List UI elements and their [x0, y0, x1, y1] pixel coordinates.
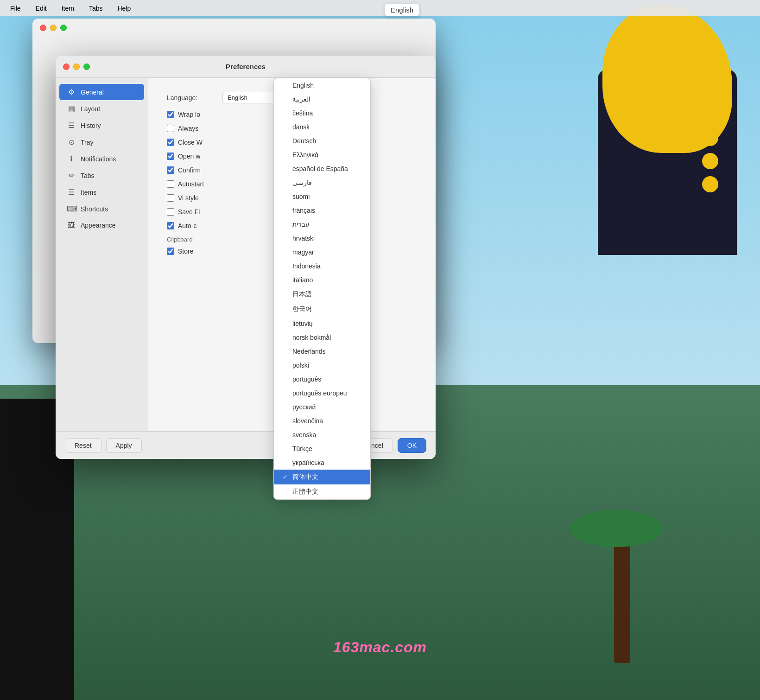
- lang-item-sv[interactable]: svenska: [274, 428, 370, 442]
- lang-item-pt-pt[interactable]: português europeu: [274, 386, 370, 400]
- lang-item-he[interactable]: עברית: [274, 217, 370, 231]
- lang-item-ja[interactable]: 日本語: [274, 287, 370, 302]
- lang-item-de[interactable]: Deutsch: [274, 134, 370, 148]
- menu-tabs[interactable]: Tabs: [86, 3, 106, 14]
- minimize-button[interactable]: [73, 64, 80, 70]
- checkbox-autoc-label: Auto-c: [178, 222, 196, 229]
- lang-item-zh-cn[interactable]: ✓简体中文: [274, 470, 370, 484]
- appearance-icon: 🖼: [67, 221, 76, 229]
- close-button[interactable]: [63, 64, 70, 70]
- checkbox-savefi-label: Save Fi: [178, 208, 200, 216]
- sidebar-item-tabs[interactable]: ✏ Tabs: [59, 167, 144, 184]
- sidebar-item-notifications[interactable]: ℹ Notifications: [59, 151, 144, 167]
- lang-label-pt-pt: português europeu: [292, 389, 347, 397]
- notifications-icon: ℹ: [67, 154, 76, 163]
- sidebar-item-shortcuts[interactable]: ⌨ Shortcuts: [59, 201, 144, 217]
- checkbox-store-input[interactable]: [167, 248, 174, 255]
- tray-icon: ⊙: [67, 138, 76, 146]
- lang-label-pt: português: [292, 375, 321, 383]
- lang-label-ko: 한국어: [292, 305, 312, 313]
- maximize-button[interactable]: [83, 64, 90, 70]
- lang-label-fr: français: [292, 207, 315, 214]
- lang-label-nb: norsk bokmål: [292, 334, 331, 341]
- sidebar-label-appearance: Appearance: [81, 222, 116, 229]
- lang-item-tr[interactable]: Türkçe: [274, 442, 370, 456]
- lang-item-ru[interactable]: русский: [274, 400, 370, 414]
- sidebar-item-items[interactable]: ☰ Items: [59, 184, 144, 200]
- lang-label-nl: Nederlands: [292, 348, 326, 355]
- lang-item-pt[interactable]: português: [274, 372, 370, 386]
- lang-item-fr[interactable]: français: [274, 204, 370, 217]
- lang-label-hu: magyar: [292, 248, 314, 256]
- checkbox-confirm-input[interactable]: [167, 166, 174, 174]
- lang-item-nl[interactable]: Nederlands: [274, 344, 370, 358]
- lang-label-ar: العربية: [292, 95, 310, 103]
- language-dropdown-popup[interactable]: EnglishالعربيةčeštinadanskDeutschΕλληνικ…: [273, 78, 371, 500]
- lang-label-cs: čeština: [292, 109, 313, 117]
- prefs-titlebar: Preferences: [56, 56, 436, 78]
- checkbox-autostart-input[interactable]: [167, 180, 174, 188]
- menu-bar: File Edit Item Tabs Help: [0, 0, 760, 16]
- lang-item-el[interactable]: Ελληνικά: [274, 148, 370, 162]
- checkbox-close-input[interactable]: [167, 139, 174, 146]
- lang-item-it[interactable]: italiano: [274, 273, 370, 287]
- lang-item-cs[interactable]: čeština: [274, 106, 370, 120]
- lang-label-da: dansk: [292, 123, 310, 131]
- sidebar-item-layout[interactable]: ▦ Layout: [59, 101, 144, 117]
- language-label: Language:: [167, 94, 222, 102]
- lang-label-sv: svenska: [292, 431, 316, 439]
- checkbox-wrap-label: Wrap lo: [178, 111, 200, 118]
- sidebar-item-history[interactable]: ☰ History: [59, 117, 144, 134]
- checkbox-savefi-input[interactable]: [167, 208, 174, 216]
- lang-item-en[interactable]: English: [274, 78, 370, 92]
- lang-item-lt[interactable]: lietuvių: [274, 317, 370, 331]
- lang-item-ko[interactable]: 한국어: [274, 302, 370, 317]
- selected-language-text: English: [228, 94, 247, 101]
- watermark: 163mac.com: [333, 639, 427, 656]
- lang-label-zh-cn: 简体中文: [292, 473, 318, 481]
- sidebar-label-tray: Tray: [81, 139, 93, 146]
- sidebar-item-general[interactable]: ⚙ General: [59, 84, 144, 100]
- lang-item-fa[interactable]: فارسی: [274, 176, 370, 190]
- checkbox-always-input[interactable]: [167, 125, 174, 132]
- lang-item-da[interactable]: dansk: [274, 120, 370, 134]
- general-icon: ⚙: [67, 88, 76, 96]
- sidebar-label-notifications: Notifications: [81, 155, 116, 163]
- menu-edit[interactable]: Edit: [33, 3, 50, 14]
- lang-label-hr: hrvatski: [292, 235, 315, 242]
- lang-item-es[interactable]: español de España: [274, 162, 370, 176]
- menu-file[interactable]: File: [7, 3, 24, 14]
- prefs-title: Preferences: [226, 63, 266, 70]
- lang-label-de: Deutsch: [292, 137, 316, 145]
- lang-label-it: italiano: [292, 276, 313, 284]
- checkbox-open-label: Open w: [178, 153, 200, 160]
- menu-help[interactable]: Help: [115, 3, 134, 14]
- lang-item-zh-tw[interactable]: 正體中文: [274, 484, 370, 499]
- lang-item-sk[interactable]: slovenčina: [274, 414, 370, 428]
- sidebar-item-tray[interactable]: ⊙ Tray: [59, 134, 144, 150]
- lang-item-hu[interactable]: magyar: [274, 245, 370, 259]
- lang-item-ar[interactable]: العربية: [274, 92, 370, 106]
- lang-item-id[interactable]: Indonesia: [274, 259, 370, 273]
- lang-item-nb[interactable]: norsk bokmål: [274, 331, 370, 344]
- ok-button[interactable]: OK: [398, 438, 426, 453]
- reset-button[interactable]: Reset: [65, 438, 101, 453]
- history-icon: ☰: [67, 121, 76, 130]
- items-icon: ☰: [67, 188, 76, 197]
- sidebar-item-appearance[interactable]: 🖼 Appearance: [59, 217, 144, 233]
- checkbox-open-input[interactable]: [167, 153, 174, 160]
- checkbox-confirm-label: Confirm: [178, 166, 201, 174]
- lang-item-pl[interactable]: polski: [274, 358, 370, 372]
- lang-label-uk: українська: [292, 459, 324, 466]
- checkbox-autoc-input[interactable]: [167, 222, 174, 229]
- lang-item-hr[interactable]: hrvatski: [274, 231, 370, 245]
- apply-button[interactable]: Apply: [106, 438, 142, 453]
- checkbox-vistyle-input[interactable]: [167, 194, 174, 202]
- lang-item-fi[interactable]: suomi: [274, 190, 370, 204]
- menu-item[interactable]: Item: [59, 3, 77, 14]
- lang-label-ja: 日本語: [292, 290, 312, 299]
- lang-item-uk[interactable]: українська: [274, 456, 370, 470]
- checkbox-wrap-input[interactable]: [167, 111, 174, 118]
- palm-leaves: [570, 510, 663, 547]
- sidebar-label-layout: Layout: [81, 105, 100, 113]
